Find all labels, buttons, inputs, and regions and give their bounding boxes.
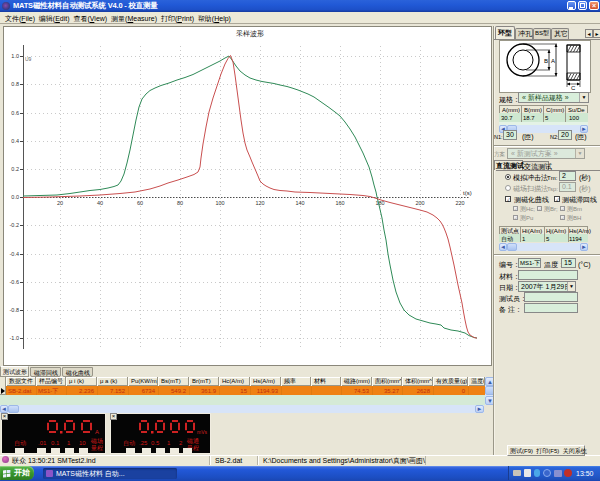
svg-text:A: A bbox=[551, 58, 555, 64]
svg-text:t(s): t(s) bbox=[463, 190, 472, 196]
svg-text:100: 100 bbox=[215, 200, 224, 206]
svg-text:120: 120 bbox=[255, 200, 264, 206]
svg-text:0.8: 0.8 bbox=[11, 81, 19, 87]
svg-text:-0.6: -0.6 bbox=[10, 279, 19, 285]
svg-text:-1.0: -1.0 bbox=[10, 335, 19, 341]
svg-text:0.0: 0.0 bbox=[11, 194, 19, 200]
svg-text:40: 40 bbox=[97, 200, 103, 206]
svg-text:1.0: 1.0 bbox=[11, 53, 19, 59]
svg-text:0.2: 0.2 bbox=[11, 166, 19, 172]
svg-text:C: C bbox=[571, 85, 576, 91]
svg-text:80: 80 bbox=[177, 200, 183, 206]
svg-text:0.4: 0.4 bbox=[11, 138, 19, 144]
svg-text:20: 20 bbox=[57, 200, 63, 206]
svg-text:140: 140 bbox=[295, 200, 304, 206]
svg-text:-0.8: -0.8 bbox=[10, 307, 19, 313]
svg-text:220: 220 bbox=[455, 200, 464, 206]
svg-text:mVs: mVs bbox=[197, 429, 208, 435]
svg-text:0.6: 0.6 bbox=[11, 110, 19, 116]
svg-text:A: A bbox=[95, 429, 99, 435]
svg-text:B: B bbox=[544, 58, 548, 64]
svg-text:200: 200 bbox=[415, 200, 424, 206]
svg-text:-0.2: -0.2 bbox=[10, 222, 19, 228]
svg-text:U9: U9 bbox=[25, 56, 32, 62]
svg-text:160: 160 bbox=[335, 200, 344, 206]
svg-text:60: 60 bbox=[137, 200, 143, 206]
svg-text:-0.4: -0.4 bbox=[10, 251, 19, 257]
svg-text:采样波形: 采样波形 bbox=[236, 30, 264, 38]
